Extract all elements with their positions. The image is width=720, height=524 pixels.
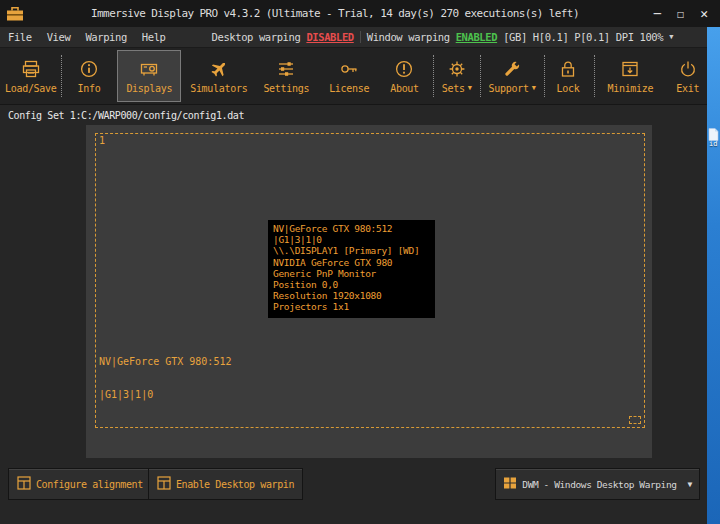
sets-label: Sets	[442, 83, 465, 94]
window-titlebar: Immersive Display PRO v4.3.2 (Ultimate -…	[0, 0, 720, 27]
tooltip-line: \\.\DISPLAY1 [Primary] [WD]	[273, 245, 430, 256]
warping-mode-select[interactable]: DWM - Windows Desktop Warping ▼	[495, 468, 700, 500]
simulators-label: Simulators	[190, 83, 247, 94]
bottom-bar: Configure alignment Enable Desktop warpi…	[0, 462, 707, 524]
display-info-tooltip: NV|GeForce GTX 980:512 |G1|3|1|0 \\.\DIS…	[268, 220, 435, 318]
menu-item-file[interactable]: File	[8, 31, 32, 43]
configure-alignment-label: Configure alignment	[36, 479, 143, 490]
displays-label: Displays	[126, 83, 172, 94]
heading-pitch-indicator: H[0.1] P[0.1]	[533, 31, 610, 43]
exit-button[interactable]: Exit	[666, 50, 709, 102]
toolbar-separator	[433, 55, 434, 97]
toolbar-separator	[480, 55, 481, 97]
settings-button[interactable]: Settings	[256, 50, 316, 102]
wrench-icon	[502, 59, 522, 81]
toolbar-separator	[61, 55, 62, 97]
about-label: About	[390, 83, 419, 94]
dropdown-caret-icon: ▼	[682, 480, 692, 489]
power-icon	[678, 59, 698, 81]
warping-mode-label: DWM - Windows Desktop Warping	[522, 479, 676, 490]
tooltip-line: |G1|3|1|0	[273, 234, 430, 245]
license-button[interactable]: License	[322, 50, 376, 102]
resize-handle[interactable]	[629, 416, 641, 424]
tooltip-line: NVIDIA GeForce GTX 980	[273, 257, 430, 268]
gpu-label-line: |G1|3|1|0	[99, 389, 231, 400]
gb-indicator: [GB]	[503, 31, 527, 43]
minimize-window-button[interactable]: ─	[654, 7, 661, 21]
sets-button[interactable]: Sets ▼	[437, 50, 477, 102]
chevron-down-icon: ▼	[468, 84, 472, 92]
info-button[interactable]: Info	[69, 50, 110, 102]
tooltip-line: Projectors 1x1	[273, 301, 430, 312]
displays-icon	[139, 59, 159, 81]
minimize-window-icon	[620, 59, 640, 81]
minimize-app-button[interactable]: Minimize	[598, 50, 662, 102]
windows-logo-icon	[503, 476, 517, 492]
maximize-window-button[interactable]: ☐	[677, 7, 684, 21]
about-icon	[394, 59, 414, 81]
menu-item-warping[interactable]: Warping	[85, 31, 126, 43]
gear-icon	[447, 59, 467, 81]
load-save-button[interactable]: Load/Save	[4, 50, 58, 102]
menu-item-help[interactable]: Help	[142, 31, 166, 43]
save-icon	[21, 59, 41, 81]
alignment-grid-icon	[17, 476, 31, 492]
dpi-caret-icon[interactable]: ▼	[669, 33, 673, 41]
dpi-indicator[interactable]: DPI 100%	[616, 31, 663, 43]
desktop-warping-label: Desktop warping	[212, 31, 301, 43]
display-panel: 1 NV|GeForce GTX 980:512 |G1|3|1|0 NV|Ge…	[86, 125, 652, 458]
menubar: File View Warping Help Desktop warping D…	[0, 27, 707, 48]
config-path-text: Config Set 1:C:/WARP000/config/config1.d…	[8, 110, 244, 121]
window-warping-status[interactable]: ENABLED	[456, 31, 497, 43]
tooltip-line: Resolution 1920x1080	[273, 290, 430, 301]
window-title: Immersive Display PRO v4.3.2 (Ultimate -…	[60, 0, 610, 27]
support-button[interactable]: Support ▼	[484, 50, 541, 102]
window-warping-label: Window warping	[367, 31, 450, 43]
gpu-label-line: NV|GeForce GTX 980:512	[99, 356, 231, 367]
simulators-button[interactable]: Simulators	[185, 50, 252, 102]
settings-icon	[276, 59, 296, 81]
app-window: id Immersive Display PRO v4.3.2 (Ultimat…	[0, 0, 720, 524]
desktop-warping-status[interactable]: DISABLED	[306, 31, 353, 43]
display-number: 1	[99, 135, 105, 146]
close-window-button[interactable]: ✕	[700, 6, 708, 21]
tooltip-line: NV|GeForce GTX 980:512	[273, 223, 430, 234]
info-label: Info	[78, 83, 101, 94]
app-icon[interactable]	[6, 5, 24, 26]
menubar-divider	[360, 31, 361, 43]
chevron-down-icon: ▼	[532, 84, 536, 92]
desktop-icon-label: id	[709, 140, 717, 148]
lock-label: Lock	[557, 83, 580, 94]
settings-label: Settings	[263, 83, 309, 94]
toolbar-separator	[594, 55, 595, 97]
about-button[interactable]: About	[382, 50, 427, 102]
load-save-label: Load/Save	[5, 83, 57, 94]
tooltip-line: Generic PnP Monitor	[273, 268, 430, 279]
gpu-label: NV|GeForce GTX 980:512 |G1|3|1|0	[99, 334, 231, 422]
tooltip-line: Position 0,0	[273, 279, 430, 290]
menu-item-view[interactable]: View	[47, 31, 71, 43]
enable-desktop-warping-button[interactable]: Enable Desktop warpin	[148, 468, 303, 500]
license-label: License	[329, 83, 369, 94]
configure-alignment-button[interactable]: Configure alignment	[8, 468, 152, 500]
displays-button[interactable]: Displays	[117, 50, 181, 102]
support-label: Support	[489, 83, 529, 94]
lock-button[interactable]: Lock	[548, 50, 589, 102]
info-icon	[79, 59, 99, 81]
display-layout-area: 1 NV|GeForce GTX 980:512 |G1|3|1|0 NV|Ge…	[0, 122, 707, 462]
exit-label: Exit	[676, 83, 699, 94]
toolbar-separator	[544, 55, 545, 97]
enable-desktop-warping-label: Enable Desktop warpin	[176, 479, 294, 490]
warping-window-icon	[157, 476, 171, 492]
toolbar: Load/Save Info	[0, 48, 707, 105]
key-icon	[339, 59, 359, 81]
minimize-label: Minimize	[607, 83, 653, 94]
airplane-icon	[209, 59, 229, 81]
lock-icon	[558, 59, 578, 81]
